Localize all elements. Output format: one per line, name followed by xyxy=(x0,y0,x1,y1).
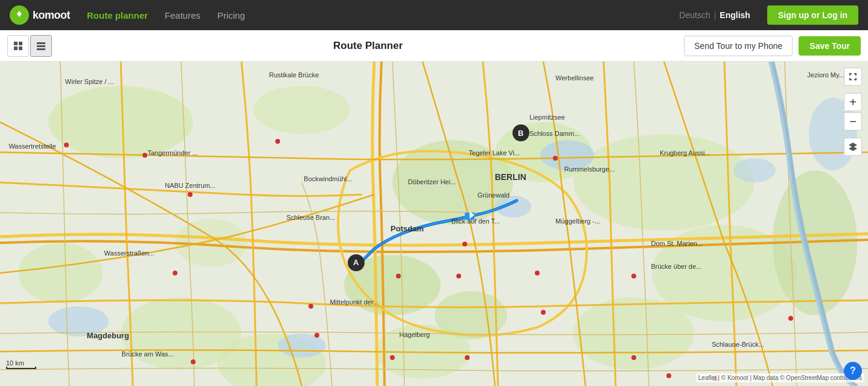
layers-button[interactable] xyxy=(844,138,862,156)
svg-point-38 xyxy=(462,242,467,246)
marker-a: A xyxy=(348,254,365,271)
svg-point-41 xyxy=(553,156,558,161)
nav-pricing[interactable]: Pricing xyxy=(217,10,245,21)
fullscreen-button[interactable] xyxy=(844,68,862,86)
map-label-hagelberg: Hagelberg xyxy=(399,331,430,338)
map-label-dom: Dom St. Marien... xyxy=(651,240,703,247)
svg-point-49 xyxy=(275,139,280,144)
map-label-jezioro: Jezioro My... xyxy=(807,71,844,79)
svg-point-52 xyxy=(541,310,546,315)
zoom-out-button[interactable]: − xyxy=(844,112,862,130)
map-label-tegeler: Tegeler Lake Vi... xyxy=(469,149,520,156)
map-label-brucke-was: Brücke am Was... xyxy=(121,350,173,358)
map-controls: + − xyxy=(844,68,862,156)
map-label-tangerm: Tangermünder ... xyxy=(147,149,197,156)
page-title: Route Planner xyxy=(52,40,684,52)
map-background xyxy=(0,62,868,386)
svg-point-28 xyxy=(733,158,776,182)
svg-point-36 xyxy=(314,333,319,338)
map-label-brucke: Brücke über de... xyxy=(651,263,702,270)
view-toggle xyxy=(7,35,52,57)
nav-route-planner[interactable]: Route planner xyxy=(87,10,148,21)
navbar: komoot Route planner Features Pricing De… xyxy=(0,0,868,30)
nav-features[interactable]: Features xyxy=(165,10,200,21)
svg-rect-1 xyxy=(14,42,18,45)
svg-point-26 xyxy=(278,333,326,358)
map-label-krug: Krugberg Aussi... xyxy=(660,149,710,156)
language-selector: Deutsch | English xyxy=(679,10,750,20)
svg-point-51 xyxy=(191,359,196,364)
svg-point-50 xyxy=(64,143,69,147)
svg-rect-5 xyxy=(37,42,45,44)
svg-point-44 xyxy=(666,373,671,378)
svg-rect-4 xyxy=(19,47,22,50)
map-label-magdeburg: Magdeburg xyxy=(87,331,129,340)
scale-line xyxy=(6,367,36,369)
svg-point-33 xyxy=(188,192,193,197)
map-label-bock: Bockwindmühl... xyxy=(304,175,352,182)
help-button[interactable]: ? xyxy=(844,362,862,380)
map-scale: 10 km xyxy=(6,359,36,369)
send-tour-button[interactable]: Send Tour to my Phone xyxy=(684,36,793,56)
svg-point-43 xyxy=(631,355,636,360)
svg-point-34 xyxy=(173,271,177,275)
svg-point-37 xyxy=(396,274,401,278)
map-label-wirler: Wirler Spitze / ... xyxy=(65,78,114,85)
logo: komoot xyxy=(10,5,70,25)
svg-point-32 xyxy=(142,153,147,158)
svg-point-10 xyxy=(254,86,350,134)
map-label-mittelpunkt: Mittelpunkt der... xyxy=(330,298,378,306)
map-label-werbellinsee: Werbellinsee xyxy=(555,74,593,82)
map-label-berlin: BERLIN xyxy=(495,172,526,182)
map-view-button[interactable] xyxy=(7,35,29,57)
map-label-wasser: Wassertretstelle xyxy=(8,143,56,150)
svg-rect-7 xyxy=(37,48,45,50)
map-attribution: Leaflet | © Komoot | Map data © OpenStre… xyxy=(696,373,864,382)
svg-point-40 xyxy=(535,271,540,275)
zoom-in-button[interactable]: + xyxy=(844,93,862,111)
svg-rect-2 xyxy=(19,42,22,45)
toolbar: Route Planner Send Tour to my Phone Save… xyxy=(0,30,868,62)
svg-point-9 xyxy=(48,86,193,158)
map-label-schlauoe: Schlauoe-Brück... xyxy=(712,341,764,348)
svg-point-35 xyxy=(308,304,313,309)
svg-point-46 xyxy=(390,355,395,360)
map-label-liep: Liepmitzsee xyxy=(529,114,565,121)
marker-b: B xyxy=(512,124,529,141)
logo-icon xyxy=(10,5,29,25)
svg-point-48 xyxy=(788,316,793,321)
signup-button[interactable]: Sign up or Log in xyxy=(767,5,858,25)
map-label-potsdam: Potsdam xyxy=(391,224,424,233)
map-label-schleuse: Schleuse Bran... xyxy=(287,214,336,221)
map-label-rummel: Rummelsburge... xyxy=(564,166,615,173)
map-label-wasserstr: Wasserstraßen... xyxy=(104,249,155,257)
map-label-grune: Grünewald xyxy=(477,191,509,199)
save-tour-button[interactable]: Save Tour xyxy=(799,36,861,56)
svg-rect-6 xyxy=(37,45,45,47)
map-container[interactable]: Wirler Spitze / ... Rustikale Brücke Wer… xyxy=(0,62,868,386)
svg-rect-3 xyxy=(14,47,18,50)
svg-point-42 xyxy=(631,274,636,278)
lang-en[interactable]: English xyxy=(720,10,750,20)
logo-text: komoot xyxy=(33,9,70,22)
toolbar-actions: Send Tour to my Phone Save Tour xyxy=(684,36,861,56)
list-view-button[interactable] xyxy=(30,35,52,57)
map-label-dob: Döberitzer Hei... xyxy=(408,178,456,185)
map-label-schloss: Schloss Damm... xyxy=(529,130,579,137)
map-label-blick: Blick auf den T... xyxy=(452,217,500,225)
map-label-rustikale: Rustikale Brücke xyxy=(269,71,319,79)
lang-de[interactable]: Deutsch xyxy=(679,10,710,20)
map-label-nabu: NABU Zentrum... xyxy=(165,182,215,189)
svg-point-17 xyxy=(18,243,103,303)
scale-label: 10 km xyxy=(6,359,24,367)
map-label-mugg: Müggelberg -... xyxy=(555,217,600,225)
svg-point-45 xyxy=(465,355,470,360)
svg-point-39 xyxy=(456,274,461,278)
lang-separator: | xyxy=(714,10,716,20)
